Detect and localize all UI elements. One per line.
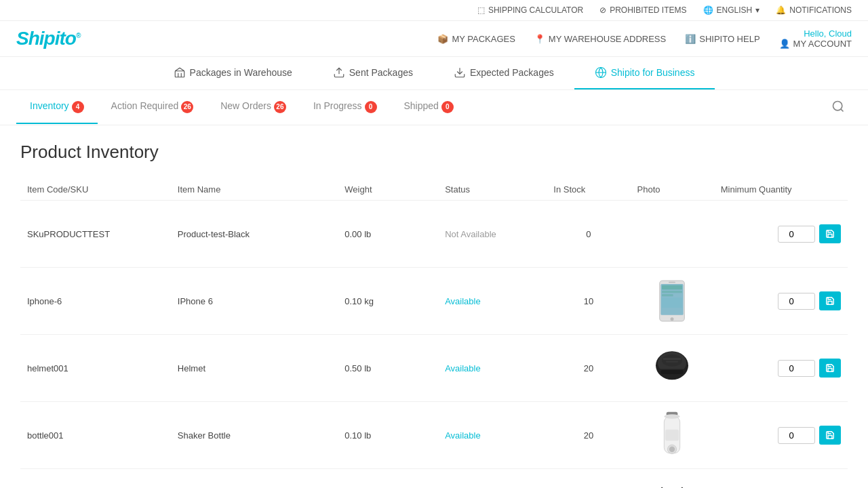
shipped-tab[interactable]: Shipped0 — [391, 91, 467, 123]
product-status: Not Available — [438, 201, 547, 268]
product-photo-helmet — [652, 344, 692, 392]
save-minqty-button[interactable] — [819, 224, 841, 243]
my-account-link[interactable]: 👤 MY ACCOUNT — [779, 39, 852, 49]
svg-point-20 — [662, 354, 682, 367]
shipping-calculator-link[interactable]: ⬚ SHIPPING CALCULATOR — [477, 5, 583, 15]
svg-rect-21 — [663, 358, 682, 360]
min-qty-container — [721, 291, 841, 310]
account-section: Hello, Cloud 👤 MY ACCOUNT — [779, 28, 852, 49]
product-weight: 0.50 lb — [338, 335, 438, 402]
save-minqty-button[interactable] — [819, 291, 841, 310]
product-stock: 0 — [547, 201, 630, 268]
expected-packages-tab[interactable]: Expected Packages — [433, 57, 574, 89]
account-icon: 👤 — [779, 39, 790, 49]
language-selector[interactable]: 🌐 ENGLISH ▾ — [703, 5, 760, 15]
product-weight: 0.20 lb — [338, 469, 438, 489]
save-icon — [825, 363, 835, 373]
svg-rect-22 — [666, 361, 678, 363]
save-minqty-button[interactable] — [819, 426, 841, 445]
product-photo-cell — [631, 268, 714, 335]
content-area: Product Inventory Item Code/SKU Item Nam… — [0, 125, 868, 488]
prohibited-label: PROHIBITED ITEMS — [610, 5, 686, 15]
in-progress-tab[interactable]: In Progress0 — [300, 91, 391, 123]
table-row: bottle001 Shaker Bottle 0.10 lb Availabl… — [20, 402, 848, 469]
product-name: Shaker Bottle — [171, 402, 338, 469]
save-minqty-button[interactable] — [819, 359, 841, 378]
logo-text: Shipito — [16, 28, 76, 49]
product-photo-cell — [631, 201, 714, 268]
logo-dot: ® — [76, 32, 80, 39]
shipito-business-label: Shipito for Business — [611, 67, 695, 78]
shipping-calc-icon: ⬚ — [477, 5, 485, 15]
bell-icon: 🔔 — [776, 5, 786, 15]
warehouse-icon — [174, 66, 186, 79]
table-row: helmet001 Helmet 0.50 lb Available 20 — [20, 335, 848, 402]
product-minqty-cell — [714, 201, 848, 268]
warehouse-address-link[interactable]: 📍 MY WAREHOUSE ADDRESS — [534, 34, 666, 44]
location-icon: 📍 — [534, 34, 545, 44]
svg-rect-14 — [662, 291, 682, 293]
logo[interactable]: Shipito® — [16, 28, 80, 49]
help-link[interactable]: ℹ️ SHIPITO HELP — [685, 34, 760, 44]
globe-icon: 🌐 — [703, 5, 713, 15]
action-required-tab[interactable]: Action Required26 — [98, 91, 208, 123]
inventory-label: Inventory — [30, 100, 69, 111]
my-packages-link[interactable]: 📦 MY PACKAGES — [437, 34, 515, 44]
min-qty-container — [721, 224, 841, 243]
search-button[interactable] — [825, 90, 852, 125]
product-photo-cell — [631, 335, 714, 402]
product-sku: Iphone-6 — [20, 268, 171, 335]
action-required-badge: 26 — [181, 101, 193, 113]
product-name: Shirt — [171, 469, 338, 489]
svg-point-11 — [671, 317, 674, 321]
product-status: Available — [438, 335, 547, 402]
main-nav: Packages in Warehouse Sent Packages Expe… — [0, 57, 868, 90]
min-qty-container — [721, 426, 841, 445]
product-weight: 0.00 lb — [338, 201, 438, 268]
top-bar: ⬚ SHIPPING CALCULATOR ⊘ PROHIBITED ITEMS… — [0, 0, 868, 21]
packages-warehouse-tab[interactable]: Packages in Warehouse — [153, 57, 313, 89]
col-header-sku: Item Code/SKU — [20, 179, 171, 201]
in-progress-label: In Progress — [313, 100, 362, 111]
product-stock: 20 — [547, 335, 630, 402]
product-photo-empty — [652, 210, 692, 258]
min-qty-input[interactable] — [778, 226, 815, 243]
col-header-stock: In Stock — [547, 179, 630, 201]
min-qty-input[interactable] — [778, 293, 815, 310]
product-stock: 10 — [547, 268, 630, 335]
min-qty-input[interactable] — [778, 427, 815, 444]
svg-rect-13 — [662, 285, 682, 290]
prohibited-items-link[interactable]: ⊘ PROHIBITED ITEMS — [599, 5, 686, 15]
notifications-link[interactable]: 🔔 NOTIFICATIONS — [776, 5, 852, 15]
search-icon — [831, 100, 845, 113]
product-minqty-cell — [714, 335, 848, 402]
greeting-text: Hello, Cloud — [804, 28, 852, 39]
inventory-table: Item Code/SKU Item Name Weight Status In… — [20, 179, 848, 488]
sent-packages-label: Sent Packages — [349, 67, 413, 78]
svg-rect-0 — [175, 71, 184, 77]
svg-rect-15 — [662, 294, 673, 296]
svg-point-28 — [669, 447, 675, 452]
product-photo-cell — [631, 402, 714, 469]
min-qty-input[interactable] — [778, 360, 815, 377]
sent-packages-tab[interactable]: Sent Packages — [313, 57, 433, 89]
packages-icon: 📦 — [437, 34, 448, 44]
header-nav: 📦 MY PACKAGES 📍 MY WAREHOUSE ADDRESS ℹ️ … — [437, 28, 852, 49]
status-badge: Not Available — [445, 229, 496, 239]
warehouse-label: MY WAREHOUSE ADDRESS — [549, 34, 666, 44]
page-title: Product Inventory — [20, 142, 848, 163]
status-badge: Available — [445, 296, 481, 306]
save-icon — [825, 296, 835, 306]
shipito-business-tab[interactable]: Shipito for Business — [574, 57, 715, 89]
new-orders-tab[interactable]: New Orders26 — [207, 91, 300, 123]
product-name: IPhone 6 — [171, 268, 338, 335]
product-photo-phone — [652, 277, 692, 325]
help-label: SHIPITO HELP — [699, 34, 760, 44]
product-sku: bottle001 — [20, 402, 171, 469]
inventory-tab[interactable]: Inventory4 — [16, 91, 98, 123]
sub-tabs: Inventory4 Action Required26 New Orders2… — [0, 90, 868, 125]
business-icon — [595, 66, 607, 79]
new-orders-badge: 26 — [274, 101, 286, 113]
product-minqty-cell — [714, 402, 848, 469]
col-header-minqty: Minimum Quantity — [714, 179, 848, 201]
